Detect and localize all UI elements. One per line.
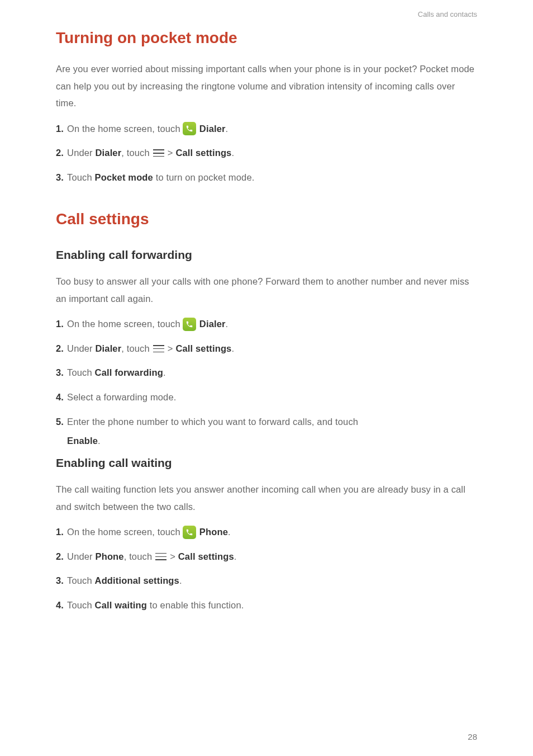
step-2-5-continue: Enable. — [67, 436, 477, 446]
call-forwarding-label: Call forwarding — [95, 366, 163, 380]
enable-label: Enable — [67, 436, 98, 446]
step-text: . — [226, 122, 229, 136]
step-text: . — [179, 574, 182, 588]
step-text: , touch — [121, 342, 150, 356]
step-1-1: 1. On the home screen, touch Dialer. — [56, 122, 477, 136]
step-number: 1. — [56, 317, 64, 332]
step-1-2: 2. Under Dialer , touch > Call settings. — [56, 146, 477, 160]
step-number: 2. — [56, 550, 64, 564]
call-settings-label: Call settings — [175, 342, 231, 356]
pocket-mode-label: Pocket mode — [95, 171, 153, 185]
step-3-4: 4. Touch Call waiting to enable this fun… — [56, 598, 477, 613]
step-text: . — [98, 436, 101, 446]
heading-call-waiting: Enabling call waiting — [56, 456, 477, 470]
menu-icon — [153, 149, 164, 157]
step-3-1: 1. On the home screen, touch Phone. — [56, 525, 477, 540]
step-text: . — [234, 550, 237, 564]
header-section-label: Calls and contacts — [418, 10, 477, 18]
step-1-3: 3. Touch Pocket mode to turn on pocket m… — [56, 171, 477, 185]
step-number: 5. — [56, 415, 64, 429]
intro-paragraph-2: Too busy to answer all your calls with o… — [56, 273, 477, 307]
intro-paragraph-3: The call waiting function lets you answe… — [56, 481, 477, 515]
dialer-label: Dialer — [96, 342, 122, 356]
step-2-5: 5. Enter the phone number to which you w… — [56, 415, 477, 429]
step-number: 1. — [56, 525, 64, 540]
step-number: 2. — [56, 146, 64, 160]
dialer-label: Dialer — [199, 317, 226, 332]
call-settings-label: Call settings — [178, 550, 234, 564]
step-text: Enter the phone number to which you want… — [67, 415, 358, 429]
step-text: , touch — [124, 550, 153, 564]
step-text: . — [231, 146, 234, 160]
step-3-3: 3. Touch Additional settings. — [56, 574, 477, 588]
step-text: Touch — [67, 171, 92, 185]
step-text: to turn on pocket mode. — [156, 171, 255, 185]
phone-icon — [183, 526, 196, 539]
menu-icon — [153, 345, 164, 352]
step-text: > — [170, 550, 175, 564]
step-text: to enable this function. — [150, 598, 244, 613]
step-text: On the home screen, touch — [67, 525, 180, 540]
step-2-1: 1. On the home screen, touch Dialer. — [56, 317, 477, 332]
step-text: Under — [67, 342, 93, 356]
step-text: On the home screen, touch — [67, 317, 180, 332]
step-number: 2. — [56, 342, 64, 356]
dialer-label: Dialer — [96, 146, 122, 160]
additional-settings-label: Additional settings — [95, 574, 179, 588]
step-text: . — [226, 317, 229, 332]
step-2-4: 4. Select a forwarding mode. — [56, 390, 477, 405]
step-number: 3. — [56, 171, 64, 185]
step-number: 3. — [56, 366, 64, 380]
step-text: Touch — [67, 598, 92, 613]
step-text: > — [168, 342, 173, 356]
step-number: 4. — [56, 598, 64, 613]
step-text: . — [231, 342, 234, 356]
step-text: Touch — [67, 366, 92, 380]
step-number: 1. — [56, 122, 64, 136]
phone-label: Phone — [96, 550, 124, 564]
step-text: Under — [67, 550, 93, 564]
step-text: . — [228, 525, 231, 540]
call-waiting-label: Call waiting — [95, 598, 147, 613]
step-text: . — [163, 366, 166, 380]
step-text: > — [168, 146, 173, 160]
heading-pocket-mode: Turning on pocket mode — [56, 29, 477, 47]
step-2-3: 3. Touch Call forwarding. — [56, 366, 477, 380]
step-3-2: 2. Under Phone , touch > Call settings. — [56, 550, 477, 564]
step-text: Under — [67, 146, 93, 160]
phone-label: Phone — [199, 525, 228, 540]
dialer-label: Dialer — [199, 122, 226, 136]
call-settings-label: Call settings — [175, 146, 231, 160]
step-number: 3. — [56, 574, 64, 588]
step-2-2: 2. Under Dialer , touch > Call settings. — [56, 342, 477, 356]
dialer-icon — [183, 318, 196, 331]
intro-paragraph-1: Are you ever worried about missing impor… — [56, 60, 477, 112]
dialer-icon — [183, 122, 196, 135]
step-number: 4. — [56, 390, 64, 405]
page-number: 28 — [468, 732, 477, 741]
step-text: Select a forwarding mode. — [67, 390, 176, 405]
step-text: , touch — [121, 146, 150, 160]
heading-call-forwarding: Enabling call forwarding — [56, 248, 477, 262]
heading-call-settings: Call settings — [56, 210, 477, 228]
step-text: On the home screen, touch — [67, 122, 180, 136]
step-text: Touch — [67, 574, 92, 588]
menu-icon — [155, 553, 166, 560]
